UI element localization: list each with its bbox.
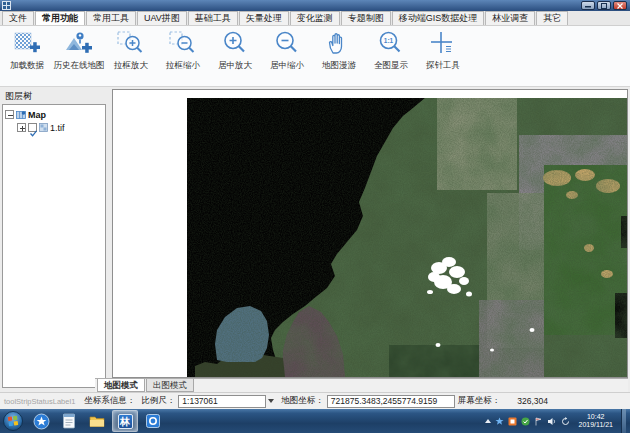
- ribbon-tab-strip: 文件 常用功能 常用工具 UAV拼图 基础工具 矢量处理 变化监测 专题制图 移…: [0, 11, 630, 26]
- tab-vector-processing[interactable]: 矢量处理: [239, 11, 289, 25]
- taskbar: 林: [0, 409, 630, 433]
- probe-tool-button[interactable]: 探针工具: [420, 30, 466, 84]
- layer-visibility-checkbox[interactable]: [28, 123, 37, 132]
- tab-mobile-gis-data[interactable]: 移动端GIS数据处理: [392, 11, 485, 25]
- folder-icon: [88, 413, 106, 429]
- tool-label: 全图显示: [374, 60, 408, 72]
- tool-label: 居中放大: [218, 60, 252, 72]
- document-tab-strip: 地图模式 出图模式: [95, 378, 628, 392]
- history-online-map-button[interactable]: 历史在线地图: [56, 30, 102, 84]
- tab-common-tools[interactable]: 常用工具: [86, 11, 136, 25]
- tree-node-map[interactable]: Map: [5, 108, 103, 121]
- satellite-raster-image: [113, 90, 627, 377]
- ring-app-icon: [145, 413, 161, 429]
- tab-forestry-survey[interactable]: 林业调查: [485, 11, 535, 25]
- tree-node-layer[interactable]: 1.tif: [17, 121, 103, 134]
- layout-mode-tab[interactable]: 出图模式: [146, 379, 194, 392]
- tool-label: 拉框放大: [114, 60, 148, 72]
- tray-security-icon[interactable]: [521, 417, 530, 426]
- screen-coordinate-label: 屏幕坐标：: [458, 395, 501, 407]
- system-tray: 10:42 2019/11/21: [485, 409, 630, 433]
- tab-thematic-mapping[interactable]: 专题制图: [341, 11, 391, 25]
- clock-date: 2019/11/21: [578, 421, 613, 429]
- window-controls: [581, 1, 627, 10]
- check-icon: [29, 129, 38, 138]
- screen-coordinate-value: 326,304: [517, 396, 548, 406]
- application-window: 文件 常用功能 常用工具 UAV拼图 基础工具 矢量处理 变化监测 专题制图 移…: [0, 0, 630, 433]
- layer-tree-panel[interactable]: Map 1.tif: [2, 104, 106, 388]
- map-mode-tab[interactable]: 地图模式: [97, 379, 145, 392]
- tab-change-detection[interactable]: 变化监测: [290, 11, 340, 25]
- box-zoom-out-icon: [168, 30, 198, 58]
- map-coordinate-label: 地图坐标：: [281, 395, 324, 407]
- pan-hand-icon: [324, 30, 354, 58]
- scale-combobox[interactable]: 1:137061: [178, 395, 266, 408]
- star-app-icon: [33, 413, 50, 430]
- taskbar-app-notepad[interactable]: [56, 410, 82, 432]
- map-pan-button[interactable]: 地图漫游: [316, 30, 362, 84]
- center-zoom-out-button[interactable]: 居中缩小: [264, 30, 310, 84]
- tab-basic-tools[interactable]: 基础工具: [188, 11, 238, 25]
- taskbar-app-explorer[interactable]: [84, 410, 110, 432]
- notepad-icon: [61, 412, 77, 430]
- raster-layer-icon: [39, 123, 48, 132]
- tool-label: 地图漫游: [322, 60, 356, 72]
- full-extent-icon-text: 1:1: [384, 37, 394, 44]
- titlebar[interactable]: [0, 0, 630, 11]
- show-hidden-icons-button[interactable]: [485, 419, 491, 423]
- close-button[interactable]: [613, 1, 627, 10]
- tab-uav-mosaic[interactable]: UAV拼图: [137, 11, 187, 25]
- taskbar-app-circle[interactable]: [140, 410, 166, 432]
- minimize-button[interactable]: [581, 1, 595, 10]
- tab-common-functions[interactable]: 常用功能: [35, 11, 85, 25]
- tray-volume-icon[interactable]: [547, 417, 557, 426]
- history-online-map-icon: [64, 30, 94, 58]
- map-view[interactable]: [112, 89, 628, 378]
- scale-label: 比例尺：: [141, 395, 175, 407]
- status-placeholder-label: toolStripStatusLabel1: [4, 397, 75, 406]
- layer-node-label[interactable]: 1.tif: [50, 123, 65, 133]
- load-data-icon: [12, 30, 42, 58]
- tool-label: 加载数据: [10, 60, 44, 72]
- box-zoom-out-button[interactable]: 拉框缩小: [160, 30, 206, 84]
- tray-star-icon[interactable]: [495, 417, 504, 426]
- tool-label: 探针工具: [426, 60, 460, 72]
- collapse-icon[interactable]: [5, 110, 14, 119]
- box-zoom-in-button[interactable]: 拉框放大: [108, 30, 154, 84]
- forestry-app-icon: 林: [118, 414, 133, 429]
- tool-label: 历史在线地图: [54, 60, 105, 72]
- status-bar: toolStripStatusLabel1 坐标系信息： 比例尺： 1:1370…: [0, 392, 630, 409]
- tray-flag-icon[interactable]: [534, 417, 543, 426]
- start-button[interactable]: [2, 410, 24, 432]
- map-coordinate-field: 721875.3483,2455774.9159: [327, 395, 455, 408]
- expand-icon[interactable]: [17, 123, 26, 132]
- full-extent-icon: 1:1: [376, 30, 406, 58]
- probe-tool-icon: [428, 30, 458, 58]
- show-desktop-button[interactable]: [621, 409, 626, 433]
- full-extent-button[interactable]: 1:1 全图显示: [368, 30, 414, 84]
- center-zoom-in-button[interactable]: 居中放大: [212, 30, 258, 84]
- scale-dropdown-icon[interactable]: [268, 399, 274, 403]
- box-zoom-in-icon: [116, 30, 146, 58]
- load-data-button[interactable]: 加载数据: [4, 30, 50, 84]
- maximize-button[interactable]: [597, 1, 611, 10]
- center-zoom-out-icon: [272, 30, 302, 58]
- layer-panel-title: 图层树: [5, 90, 32, 103]
- taskbar-clock[interactable]: 10:42 2019/11/21: [578, 413, 613, 429]
- workspace: 图层树 Map: [0, 87, 630, 392]
- crs-info-label: 坐标系信息：: [84, 395, 135, 407]
- tab-other[interactable]: 其它: [536, 11, 568, 25]
- map-node-label[interactable]: Map: [28, 110, 46, 120]
- taskbar-app-messenger[interactable]: [28, 410, 54, 432]
- tray-sync-icon[interactable]: [561, 417, 570, 426]
- tool-label: 居中缩小: [270, 60, 304, 72]
- app-window-icon: [2, 1, 11, 10]
- tray-input-method-icon[interactable]: [508, 417, 517, 426]
- tool-label: 拉框缩小: [166, 60, 200, 72]
- map-node-icon: [16, 110, 26, 120]
- center-zoom-in-icon: [220, 30, 250, 58]
- taskbar-app-forestry-gis[interactable]: 林: [112, 410, 138, 432]
- toolbar: 加载数据 历史在线地图 拉框放大: [0, 26, 630, 87]
- clock-time: 10:42: [578, 413, 613, 421]
- tab-file[interactable]: 文件: [2, 11, 34, 25]
